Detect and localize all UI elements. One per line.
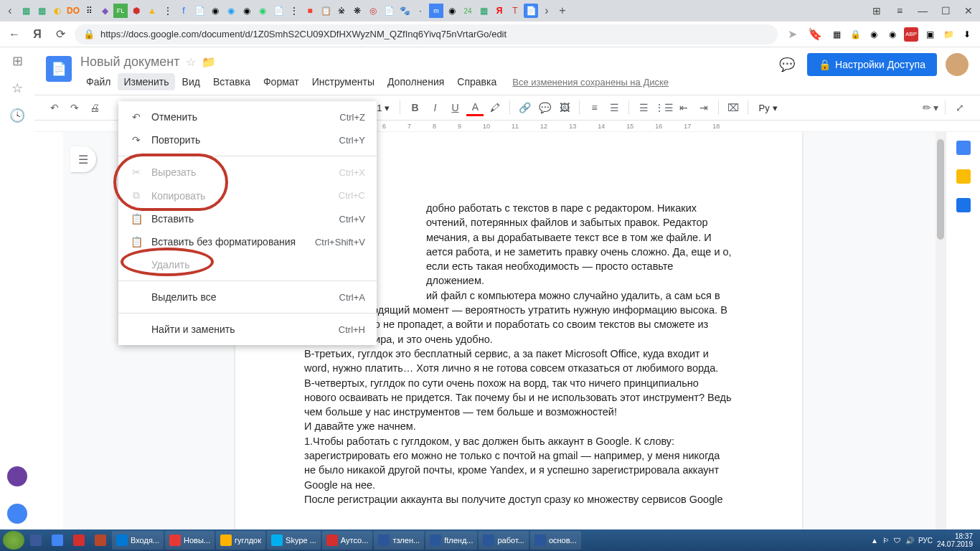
maximize-icon[interactable]: ☐ — [937, 5, 954, 17]
menu-tools[interactable]: Инструменты — [306, 73, 380, 90]
url-input[interactable]: 🔒 https://docs.google.com/document/d/1Z0… — [75, 24, 778, 44]
outline-toggle-icon[interactable]: ☰ — [70, 146, 96, 172]
bookmark-icon[interactable]: 🔖 — [806, 26, 824, 43]
tab-icon[interactable]: ◐ — [50, 4, 65, 18]
tab-icon[interactable]: ◆ — [98, 4, 112, 18]
tab-icon[interactable]: ◉ — [255, 4, 270, 18]
menu-addons[interactable]: Дополнения — [382, 73, 450, 90]
panel-icon[interactable]: ⊞ — [868, 5, 885, 17]
tab-icon[interactable]: ❋ — [350, 4, 364, 18]
bold-icon[interactable]: B — [406, 99, 423, 116]
tray-icon[interactable]: 🏳 — [882, 537, 890, 545]
tab-icon[interactable]: Я — [492, 4, 507, 18]
reload-icon[interactable]: ⟳ — [52, 26, 69, 43]
tab-icon[interactable]: ⬢ — [129, 4, 143, 18]
tab-icon[interactable]: ※ — [334, 4, 349, 18]
menu-insert[interactable]: Вставка — [207, 73, 256, 90]
vertical-scrollbar[interactable] — [936, 132, 946, 529]
tray-clock[interactable]: 18:37 24.07.2019 — [937, 532, 973, 548]
bulleted-list-icon[interactable]: ⋮☰ — [655, 99, 672, 116]
menu-paste-plain[interactable]: 📋 Вставить без форматирования Ctrl+Shift… — [118, 230, 377, 253]
numbered-list-icon[interactable]: ☰ — [635, 99, 652, 116]
ext-icon[interactable]: 🔒 — [848, 27, 862, 42]
menu-icon[interactable]: ≡ — [891, 5, 908, 17]
align-icon[interactable]: ≡ — [585, 99, 603, 116]
taskbar-pinned[interactable] — [69, 531, 89, 550]
tab-icon[interactable]: T — [508, 4, 522, 18]
tab-icon[interactable]: 📄 — [382, 4, 396, 18]
print-icon[interactable]: 🖨 — [86, 99, 103, 116]
link-icon[interactable]: 🔗 — [516, 99, 533, 116]
tab-icon[interactable]: ◉ — [224, 4, 238, 18]
taskbar-app[interactable]: работ... — [479, 531, 528, 550]
tab-icon[interactable]: ⋮ — [161, 4, 175, 18]
minimize-icon[interactable]: — — [914, 5, 931, 17]
taskbar-app[interactable]: ftленд... — [425, 531, 477, 550]
alice-icon[interactable] — [7, 466, 27, 486]
menu-redo[interactable]: ↷ Повторить Ctrl+Y — [118, 128, 377, 151]
history-icon[interactable]: 🕓 — [9, 108, 25, 123]
tray-icon[interactable]: ▲ — [871, 537, 878, 545]
tab-icon[interactable]: ■ — [303, 4, 317, 18]
tab-icon[interactable]: FL — [113, 4, 128, 18]
taskbar-app[interactable]: гуглдок — [216, 531, 265, 550]
indent-icon[interactable]: ⇥ — [695, 99, 712, 116]
send-icon[interactable]: ➤ — [783, 26, 801, 43]
tab-icon[interactable]: ⠿ — [82, 4, 96, 18]
new-tab-icon[interactable]: + — [555, 4, 570, 18]
tray-icon[interactable]: 🛡 — [894, 537, 901, 545]
taskbar-pinned[interactable] — [47, 531, 67, 550]
ext-icon[interactable]: ABP — [904, 27, 918, 42]
yandex-icon[interactable]: Я — [29, 26, 46, 43]
taskbar-app[interactable]: тзлен... — [374, 531, 424, 550]
undo-icon[interactable]: ↶ — [46, 99, 63, 116]
tab-icon[interactable]: f — [176, 4, 191, 18]
document-title[interactable]: Новый документ — [80, 55, 180, 70]
menu-delete[interactable]: Удалить — [118, 253, 377, 276]
taskbar-pinned[interactable] — [90, 531, 110, 550]
tabs-scroll-right-icon[interactable]: › — [540, 4, 554, 18]
tab-icon[interactable]: ⋮ — [287, 4, 301, 18]
menu-cut[interactable]: ✂ Вырезать Ctrl+X — [118, 161, 377, 184]
menu-help[interactable]: Справка — [451, 73, 502, 90]
menu-undo[interactable]: ↶ Отменить Ctrl+Z — [118, 105, 377, 128]
tab-icon[interactable]: 📄 — [192, 4, 207, 18]
menu-edit[interactable]: Изменить — [118, 73, 174, 90]
ext-icon[interactable]: ▦ — [829, 27, 844, 42]
folder-icon[interactable]: 📁 — [202, 55, 216, 69]
underline-icon[interactable]: U — [446, 99, 463, 116]
tasks-icon[interactable] — [956, 198, 971, 212]
back-icon[interactable]: ← — [6, 26, 23, 43]
tab-icon[interactable]: ▲ — [145, 4, 159, 18]
comment-icon[interactable]: 💬 — [536, 99, 553, 116]
menu-select-all[interactable]: Выделить все Ctrl+A — [118, 286, 377, 309]
tab-icon[interactable]: ▦ — [19, 4, 33, 18]
save-status[interactable]: Все изменения сохранены на Диске — [512, 77, 669, 88]
clear-format-icon[interactable]: ⌧ — [725, 99, 742, 116]
ext-icon[interactable]: ◉ — [885, 27, 900, 42]
download-icon[interactable]: ⬇ — [960, 27, 974, 42]
tab-icon[interactable]: · — [413, 4, 428, 18]
menu-view[interactable]: Вид — [176, 73, 206, 90]
line-spacing-icon[interactable]: ☰ — [606, 99, 623, 116]
taskbar-app[interactable]: основ... — [530, 531, 581, 550]
tab-icon[interactable]: m — [429, 4, 443, 18]
favorites-icon[interactable]: ☆ — [11, 80, 23, 96]
tab-icon[interactable]: ▦ — [34, 4, 49, 18]
tab-icon[interactable]: 📋 — [319, 4, 333, 18]
tab-icon[interactable]: 🐾 — [397, 4, 412, 18]
outdent-icon[interactable]: ⇤ — [675, 99, 692, 116]
italic-icon[interactable]: I — [426, 99, 443, 116]
tabs-scroll-left-icon[interactable]: ‹ — [3, 4, 17, 18]
highlight-icon[interactable]: 🖍 — [486, 99, 504, 116]
redo-icon[interactable]: ↷ — [66, 99, 83, 116]
tab-icon[interactable]: DO — [66, 4, 80, 18]
tab-icon[interactable]: ◉ — [445, 4, 459, 18]
calendar-icon[interactable] — [956, 141, 971, 155]
menu-paste[interactable]: 📋 Вставить Ctrl+V — [118, 207, 377, 230]
docs-logo-icon[interactable]: 📄 — [46, 56, 72, 82]
expand-icon[interactable]: ⤢ — [951, 99, 969, 116]
text-color-icon[interactable]: A — [466, 99, 484, 116]
tab-active-icon[interactable]: 📄 — [524, 4, 538, 18]
tab-icon[interactable]: ◉ — [208, 4, 222, 18]
